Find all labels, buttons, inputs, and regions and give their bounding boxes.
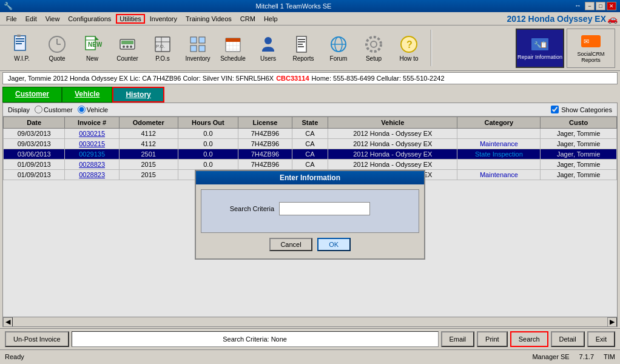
menu-bar: File Edit View Configurations Utilities … <box>0 12 620 25</box>
vehicle-tab-label: Vehicle <box>75 90 99 98</box>
status-version: 7.1.7 <box>579 353 594 360</box>
inventory-button[interactable]: Inventory <box>181 29 215 68</box>
menu-training[interactable]: Training Videos <box>182 14 235 24</box>
menu-edit[interactable]: Edit <box>22 14 41 24</box>
customer-tab[interactable]: Customer <box>2 87 62 103</box>
cancel-button[interactable]: Cancel <box>269 238 312 251</box>
social-crm-button[interactable]: ✉ SocialCRM Reports <box>567 29 615 68</box>
counter-icon <box>118 35 137 54</box>
schedule-icon <box>223 35 243 54</box>
setup-label: Setup <box>366 55 382 62</box>
schedule-button[interactable]: Schedule <box>216 29 250 68</box>
menu-utilities[interactable]: Utilities <box>116 14 144 24</box>
svg-rect-4 <box>17 35 21 37</box>
vehicle-tab[interactable]: Vehicle <box>62 87 112 103</box>
howto-icon: ? <box>399 35 419 54</box>
svg-point-33 <box>265 37 272 44</box>
social-crm-label: SocialCRM Reports <box>567 51 615 63</box>
setup-icon <box>364 35 383 54</box>
svg-marker-9 <box>95 36 99 40</box>
maximize-button[interactable]: □ <box>596 2 605 10</box>
forum-button[interactable]: Forum <box>322 29 355 68</box>
inventory-label: Inventory <box>185 55 210 62</box>
svg-rect-3 <box>16 43 22 44</box>
window-controls: ↔ − □ ✕ <box>575 2 616 10</box>
wip-button[interactable]: W.I.P. <box>5 29 39 68</box>
svg-rect-37 <box>298 44 303 45</box>
menu-view[interactable]: View <box>42 14 64 24</box>
svg-rect-35 <box>298 39 305 40</box>
scroll-left-btn[interactable]: ◀ <box>3 317 13 327</box>
repair-info-icon: 🔧📋 <box>529 36 551 53</box>
menu-file[interactable]: File <box>2 14 21 24</box>
h-scrollbar[interactable]: ◀ ▶ <box>3 317 617 326</box>
unpost-invoice-button[interactable]: Un-Post Invoice <box>5 331 69 347</box>
scrollbar-track <box>14 320 606 325</box>
pos-label: P.O.s <box>155 55 170 62</box>
pos-icon: P.O. <box>153 35 172 54</box>
wip-label: W.I.P. <box>14 55 29 62</box>
search-criteria-label: Search Criteria <box>214 205 274 212</box>
pos-button[interactable]: P.O. P.O.s <box>146 29 180 68</box>
new-button[interactable]: NEW New <box>75 29 109 68</box>
car-icon: 🚗 <box>607 14 618 24</box>
minimize-button[interactable]: − <box>585 2 595 10</box>
toolbar-main-group: W.I.P. Quote NEW New Counter P.O. P.O.s … <box>5 29 426 68</box>
main-content: Display Customer Vehicle Show Categories… <box>2 103 618 327</box>
svg-rect-22 <box>190 37 197 43</box>
vehicle-vin-red: CBC33114 <box>276 75 309 82</box>
email-button[interactable]: Email <box>441 331 475 347</box>
vehicle-info-rest: Home: 555-835-6499 Cellular: 555-510-224… <box>312 75 445 82</box>
setup-button[interactable]: Setup <box>357 29 391 68</box>
status-bar: Ready Manager SE 7.1.7 TIM <box>0 349 620 363</box>
toolbar: W.I.P. Quote NEW New Counter P.O. P.O.s … <box>0 25 620 71</box>
detail-button[interactable]: Detail <box>551 331 585 347</box>
vehicle-info-text: Jager, Tommie 2012 Honda Odyssey EX Lic:… <box>8 75 274 82</box>
search-criteria-row: Search Criteria <box>214 202 406 215</box>
dialog-buttons: Cancel OK <box>196 238 424 258</box>
search-criteria-input[interactable] <box>279 202 370 215</box>
enter-information-dialog: Enter Information Search Criteria Cancel… <box>195 170 425 260</box>
svg-point-15 <box>123 46 125 48</box>
reports-button[interactable]: Reports <box>286 29 320 68</box>
dialog-title: Enter Information <box>196 171 424 184</box>
inventory-icon <box>188 35 207 54</box>
status-right: Manager SE 7.1.7 TIM <box>532 353 615 360</box>
menu-help[interactable]: Help <box>260 14 281 24</box>
menu-configurations[interactable]: Configurations <box>64 14 115 24</box>
repair-info-button[interactable]: 🔧📋 Repair Information <box>516 29 564 68</box>
counter-label: Counter <box>116 55 138 62</box>
quote-icon <box>47 35 67 54</box>
print-button[interactable]: Print <box>477 331 508 347</box>
dialog-overlay: Enter Information Search Criteria Cancel… <box>3 103 617 326</box>
status-ready: Ready <box>5 353 24 360</box>
search-criteria-display: Search Criteria: None <box>72 331 439 347</box>
svg-text:✉: ✉ <box>584 38 589 45</box>
svg-rect-1 <box>16 38 24 39</box>
toolbar-separator <box>431 30 432 66</box>
toolbar-right: 🔧📋 Repair Information ✉ SocialCRM Report… <box>516 29 615 68</box>
counter-button[interactable]: Counter <box>110 29 144 68</box>
menu-inventory[interactable]: Inventory <box>146 14 181 24</box>
howto-button[interactable]: ? How to <box>392 29 426 68</box>
svg-rect-14 <box>121 41 133 44</box>
close-button[interactable]: ✕ <box>607 2 616 10</box>
svg-text:P.O.: P.O. <box>156 44 165 49</box>
howto-label: How to <box>399 55 418 62</box>
scroll-right-btn[interactable]: ▶ <box>607 317 617 327</box>
schedule-label: Schedule <box>220 55 246 62</box>
ok-button[interactable]: OK <box>317 238 351 251</box>
svg-text:📋: 📋 <box>540 41 548 49</box>
history-tab[interactable]: History <box>112 87 164 103</box>
new-label: New <box>86 55 98 62</box>
exit-button[interactable]: Exit <box>587 331 615 347</box>
svg-point-17 <box>130 46 132 48</box>
svg-rect-38 <box>298 46 304 47</box>
users-button[interactable]: Users <box>251 29 285 68</box>
vehicle-info-bar: Jager, Tommie 2012 Honda Odyssey EX Lic:… <box>2 72 618 84</box>
search-button[interactable]: Search <box>510 331 548 347</box>
window-title: Mitchell 1 TeamWorks SE <box>13 2 575 10</box>
quote-button[interactable]: Quote <box>40 29 74 68</box>
svg-rect-23 <box>199 37 205 43</box>
menu-crm[interactable]: CRM <box>237 14 259 24</box>
